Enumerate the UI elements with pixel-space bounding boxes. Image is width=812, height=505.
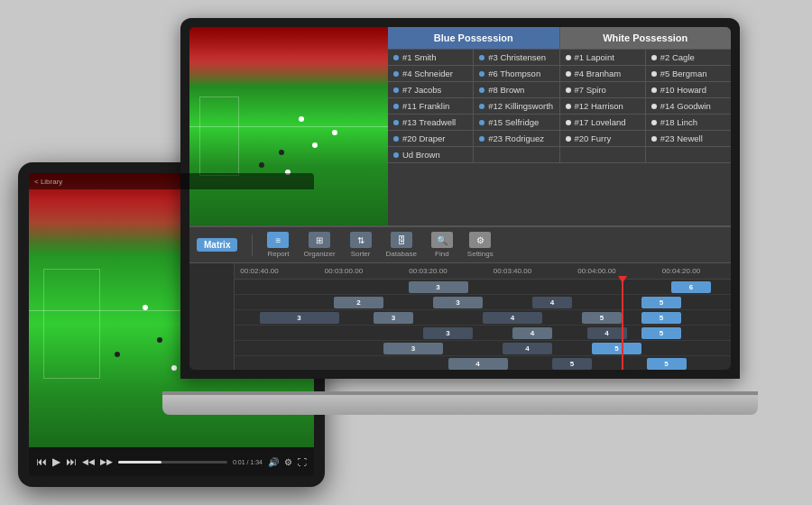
organizer-button[interactable]: ⊞ Organizer — [303, 232, 335, 258]
player-indicator — [479, 71, 484, 77]
frame-back-button[interactable]: ◀◀ — [82, 457, 95, 466]
player-indicator — [566, 104, 571, 109]
roster-cell: #10 Howard — [646, 82, 731, 97]
rewind-button[interactable]: ⏮ — [36, 455, 47, 468]
roster-cell: #7 Spiro — [560, 82, 646, 97]
report-icon: ≡ — [267, 232, 289, 248]
progress-bar[interactable] — [118, 461, 227, 464]
track-segment[interactable]: 4 — [587, 327, 627, 339]
time-ruler: 00:02:40.00 00:03:00.00 00:03:20.00 00:0… — [235, 263, 731, 280]
player-indicator — [651, 71, 657, 77]
track-segment[interactable]: 5 — [641, 312, 681, 324]
white-possession-header: White Possession — [560, 27, 732, 49]
roster-header: Blue Possession White Possession — [388, 27, 731, 50]
track-segment[interactable]: 5 — [592, 343, 641, 354]
report-button[interactable]: ≡ Report — [267, 232, 289, 258]
roster-cell: #23 Newell — [646, 131, 731, 146]
timeline-area: 00:02:40.00 00:03:00.00 00:03:20.00 00:0… — [189, 263, 731, 370]
player-indicator — [393, 71, 399, 77]
track-segment[interactable]: 3 — [260, 312, 339, 324]
crowd — [189, 27, 388, 87]
roster-cell: #17 Loveland — [560, 115, 646, 130]
settings-button[interactable]: ⚙ — [284, 457, 292, 467]
player-indicator — [479, 87, 484, 93]
roster-cell — [646, 147, 731, 162]
roster-cell: #5 Bergman — [646, 66, 731, 81]
time-display: 0:01 / 1:34 — [233, 459, 263, 465]
roster-cell: #6 Thompson — [474, 66, 559, 81]
timeline-main: 00:02:40.00 00:03:00.00 00:03:20.00 00:0… — [235, 263, 731, 370]
roster-cell: #1 Lapoint — [560, 50, 646, 65]
player-indicator — [393, 152, 399, 158]
progress-fill — [118, 461, 161, 464]
player-indicator — [393, 87, 399, 93]
player-indicator — [393, 120, 399, 125]
player-dot — [299, 116, 304, 122]
track-segment[interactable]: 3 — [383, 343, 443, 354]
track-segment[interactable]: 5 — [552, 358, 592, 370]
track-segment[interactable]: 5 — [641, 297, 681, 308]
roster-cell: #12 Harrison — [560, 98, 646, 114]
track-segment[interactable]: 4 — [503, 343, 552, 354]
track-segment[interactable]: 5 — [641, 327, 681, 339]
track-segment[interactable]: 3 — [409, 281, 468, 293]
track-segment[interactable]: 2 — [334, 297, 383, 308]
laptop-device: Blue Possession White Possession #1 Smit… — [162, 18, 758, 415]
roster-cell: #7 Jacobs — [388, 82, 474, 97]
player-dot — [115, 352, 120, 357]
time-mark: 00:03:20.00 — [409, 267, 447, 275]
matrix-button[interactable]: Matrix — [197, 238, 237, 252]
find-button[interactable]: 🔍 Find — [431, 232, 453, 258]
track-segment[interactable]: 3 — [423, 327, 473, 339]
table-row: #7 Jacobs #8 Brown #7 Spiro #10 Howard — [388, 82, 731, 98]
track-segment[interactable]: 6 — [671, 281, 711, 293]
track-row: 3 6 — [235, 280, 731, 295]
database-icon: 🗄 — [391, 232, 412, 248]
settings-toolbar-button[interactable]: ⚙ Settings — [467, 232, 494, 258]
frame-forward-button[interactable]: ▶▶ — [100, 457, 113, 466]
play-button[interactable]: ▶ — [52, 455, 60, 468]
track-segment[interactable]: 3 — [433, 297, 483, 308]
playhead[interactable] — [622, 280, 623, 370]
track-segment[interactable]: 3 — [374, 312, 413, 324]
player-indicator — [479, 136, 484, 142]
player-indicator — [566, 87, 571, 93]
player-indicator — [651, 55, 657, 60]
track-segment[interactable]: 4 — [532, 297, 572, 308]
fullscreen-button[interactable]: ⛶ — [298, 457, 307, 467]
track-segment[interactable]: 4 — [448, 358, 508, 370]
laptop-video — [189, 27, 388, 225]
find-icon: 🔍 — [431, 232, 453, 248]
track-segment[interactable]: 4 — [483, 312, 542, 324]
player-dot — [312, 142, 318, 148]
table-row: Ud Brown — [388, 147, 731, 163]
track-segment[interactable]: 5 — [647, 358, 687, 370]
roster-cell: #15 Selfridge — [474, 115, 559, 130]
ud-brown-name: Ud Brown — [402, 150, 440, 160]
laptop-screen: Blue Possession White Possession #1 Smit… — [189, 27, 731, 370]
track-segment[interactable]: 5 — [582, 312, 622, 324]
library-back-label[interactable]: < Library — [34, 178, 62, 186]
track-segment[interactable]: 4 — [512, 327, 552, 339]
player-dot — [143, 305, 148, 310]
player-indicator — [651, 136, 657, 142]
sorter-button[interactable]: ⇅ Sorter — [350, 232, 372, 258]
player-indicator — [566, 136, 571, 142]
roster-cell: #20 Furry — [560, 131, 646, 146]
table-row: #4 Schneider #6 Thompson #4 Branham #5 B… — [388, 66, 731, 82]
roster-cell: #4 Schneider — [388, 66, 474, 81]
organizer-icon: ⊞ — [309, 232, 330, 248]
forward-button[interactable]: ⏭ — [66, 455, 77, 468]
track-row: 4 5 5 — [235, 356, 731, 370]
ipad-top-bar: < Library — [29, 173, 314, 189]
database-button[interactable]: 🗄 Database — [386, 232, 417, 258]
roster-cell: #12 Killingsworth — [474, 98, 559, 114]
ipad-controls: ⏮ ▶ ⏭ ◀◀ ▶▶ 0:01 / 1:34 🔊 ⚙ ⛶ — [29, 447, 314, 476]
roster-cell: Ud Brown — [388, 147, 474, 162]
timeline-section: Matrix ≡ Report ⊞ Organizer ⇅ Sorter — [189, 225, 731, 370]
time-mark: 00:04:00.00 — [577, 267, 615, 275]
roster-cell — [560, 147, 646, 162]
video-field — [189, 27, 388, 225]
volume-button[interactable]: 🔊 — [268, 457, 279, 467]
blue-possession-header: Blue Possession — [388, 27, 560, 49]
